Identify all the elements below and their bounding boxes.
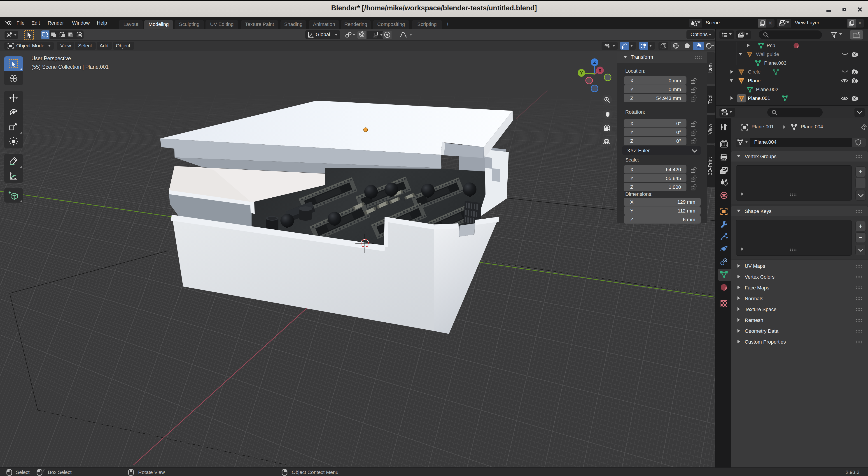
svg-text:Y: Y bbox=[580, 70, 583, 75]
svg-text:Z: Z bbox=[593, 60, 596, 65]
svg-text:X: X bbox=[598, 68, 601, 73]
